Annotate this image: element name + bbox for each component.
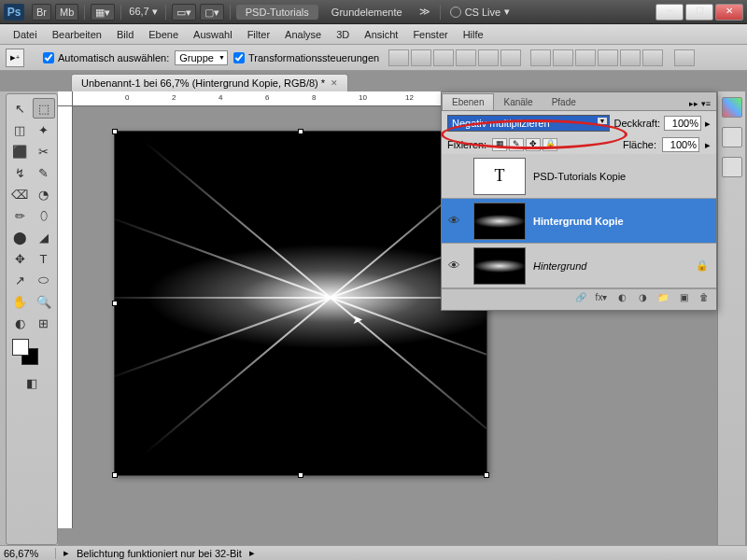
- workspace-tab-grundelemente[interactable]: Grundelemente: [322, 5, 412, 20]
- layer-row-selected[interactable]: 👁 Hintergrund Kopie: [442, 199, 716, 244]
- dock-color-icon[interactable]: [722, 97, 742, 118]
- dock-swatches-icon[interactable]: [722, 127, 742, 147]
- tab-pfade[interactable]: Pfade: [543, 94, 585, 110]
- blend-mode-dropdown[interactable]: Negativ multiplizieren: [447, 115, 610, 132]
- new-group-icon[interactable]: 📁: [655, 292, 671, 307]
- menu-auswahl[interactable]: Auswahl: [186, 27, 240, 42]
- arrangement-button[interactable]: ▦▾: [91, 4, 115, 21]
- view-button[interactable]: ▭▾: [172, 4, 196, 21]
- transform-handle[interactable]: [298, 472, 303, 478]
- tool-move[interactable]: ⬚: [33, 98, 55, 119]
- tool-zoom[interactable]: ⊞: [33, 313, 55, 333]
- more-workspaces-icon[interactable]: ≫: [414, 6, 436, 18]
- tool-history[interactable]: ◔: [33, 184, 55, 204]
- bridge-button[interactable]: Br: [32, 4, 51, 21]
- tool-eyedropper[interactable]: ✂: [33, 141, 55, 161]
- tool-heal[interactable]: ↯: [8, 162, 31, 183]
- vertical-ruler[interactable]: [58, 106, 73, 528]
- tab-kanaele[interactable]: Kanäle: [494, 94, 542, 110]
- lock-pixels-icon[interactable]: ✎: [509, 138, 524, 151]
- menu-3d[interactable]: 3D: [329, 27, 357, 42]
- auto-select-checkbox[interactable]: Automatisch auswählen:: [43, 52, 169, 63]
- lock-transparency-icon[interactable]: ▦: [492, 138, 507, 151]
- layer-thumbnail[interactable]: [473, 203, 526, 240]
- workspace-tab-tutorials[interactable]: PSD-Tutorials: [236, 5, 318, 20]
- menu-analyse[interactable]: Analyse: [277, 27, 329, 42]
- menu-datei[interactable]: Datei: [6, 27, 45, 42]
- ruler-origin[interactable]: [58, 91, 73, 106]
- align-button[interactable]: [500, 49, 521, 66]
- tool-3d-cam[interactable]: 🔍: [33, 291, 55, 312]
- tool-blur[interactable]: ⬤: [8, 227, 31, 247]
- color-swatches[interactable]: [8, 339, 55, 369]
- maximize-button[interactable]: ☐: [685, 4, 713, 21]
- layer-row[interactable]: T PSD-Tutorials Kopie: [442, 154, 716, 199]
- close-document-icon[interactable]: ✕: [331, 78, 338, 88]
- document-canvas[interactable]: [114, 131, 487, 476]
- document-tab[interactable]: Unbenannt-1 bei 66,7% (Hintergrund Kopie…: [71, 74, 348, 91]
- tool-eraser[interactable]: ✏: [8, 205, 31, 226]
- opacity-input[interactable]: 100%: [664, 116, 701, 131]
- tool-type[interactable]: T: [33, 248, 55, 269]
- tool-brush[interactable]: ✎: [33, 162, 55, 183]
- screen-mode-button[interactable]: ▢▾: [200, 4, 224, 21]
- layer-thumbnail[interactable]: T: [473, 158, 526, 195]
- layer-thumbnail[interactable]: [473, 247, 526, 285]
- new-layer-icon[interactable]: ▣: [675, 292, 692, 307]
- tool-gradient[interactable]: ⬯: [33, 205, 55, 226]
- foreground-color-swatch[interactable]: [12, 339, 29, 356]
- tool-3d[interactable]: ✋: [8, 291, 31, 312]
- delete-layer-icon[interactable]: 🗑: [696, 292, 712, 307]
- panel-collapse-icon[interactable]: ▸▸ ▾≡: [684, 97, 716, 110]
- layer-mask-icon[interactable]: ◐: [613, 292, 630, 307]
- transform-handle[interactable]: [112, 129, 118, 134]
- layer-name[interactable]: Hintergrund: [533, 260, 696, 272]
- distribute-button[interactable]: [642, 49, 663, 66]
- cs-live-button[interactable]: CS Live ▾: [444, 6, 516, 18]
- distribute-button[interactable]: [530, 49, 551, 66]
- align-button[interactable]: [411, 49, 431, 66]
- align-button[interactable]: [433, 49, 454, 66]
- lock-all-icon[interactable]: 🔒: [543, 138, 557, 151]
- layer-fx-icon[interactable]: fx▾: [593, 292, 610, 307]
- transform-handle[interactable]: [298, 129, 303, 134]
- menu-hilfe[interactable]: Hilfe: [456, 27, 491, 42]
- transform-handle[interactable]: [484, 472, 489, 478]
- menu-ebene[interactable]: Ebene: [141, 27, 186, 42]
- menu-fenster[interactable]: Fenster: [405, 27, 455, 42]
- align-button[interactable]: [478, 49, 499, 66]
- visibility-toggle[interactable]: 👁: [442, 259, 466, 273]
- quick-mask-button[interactable]: ◧: [21, 372, 43, 393]
- status-arrow-icon[interactable]: ▸: [249, 547, 255, 559]
- tool-shape[interactable]: ⬭: [33, 270, 55, 290]
- distribute-button[interactable]: [598, 49, 618, 66]
- transform-handle[interactable]: [112, 472, 118, 478]
- status-zoom[interactable]: 66,67%: [4, 548, 56, 559]
- tool-lasso[interactable]: ◫: [8, 119, 31, 140]
- visibility-toggle[interactable]: 👁: [442, 214, 466, 228]
- align-button[interactable]: [388, 49, 409, 66]
- layer-name[interactable]: Hintergrund Kopie: [533, 216, 716, 227]
- tool-pen[interactable]: ✥: [8, 248, 31, 269]
- tool-marquee[interactable]: ↖: [8, 98, 31, 119]
- lock-position-icon[interactable]: ✥: [526, 138, 541, 151]
- tool-wand[interactable]: ✦: [33, 119, 55, 140]
- menu-ansicht[interactable]: Ansicht: [357, 27, 405, 42]
- menu-bild[interactable]: Bild: [109, 27, 141, 42]
- auto-select-target-dropdown[interactable]: Gruppe: [175, 50, 228, 65]
- menu-filter[interactable]: Filter: [240, 27, 277, 42]
- tool-crop[interactable]: ⬛: [8, 141, 31, 161]
- move-tool-icon[interactable]: ▸+: [6, 49, 24, 67]
- layer-row[interactable]: 👁 Hintergrund 🔒: [442, 244, 716, 288]
- auto-align-button[interactable]: [674, 49, 695, 66]
- distribute-button[interactable]: [575, 49, 596, 66]
- tool-path[interactable]: ↗: [8, 270, 31, 290]
- status-arrow-icon[interactable]: ▸: [63, 547, 69, 559]
- tool-stamp[interactable]: ⌫: [8, 184, 31, 204]
- layer-name[interactable]: PSD-Tutorials Kopie: [533, 171, 716, 182]
- tool-hand[interactable]: ◐: [8, 313, 31, 333]
- zoom-level-display[interactable]: 66,7 ▾: [125, 6, 161, 18]
- minibridge-button[interactable]: Mb: [55, 4, 78, 21]
- menu-bearbeiten[interactable]: Bearbeiten: [45, 27, 109, 42]
- link-layers-icon[interactable]: 🔗: [572, 292, 589, 307]
